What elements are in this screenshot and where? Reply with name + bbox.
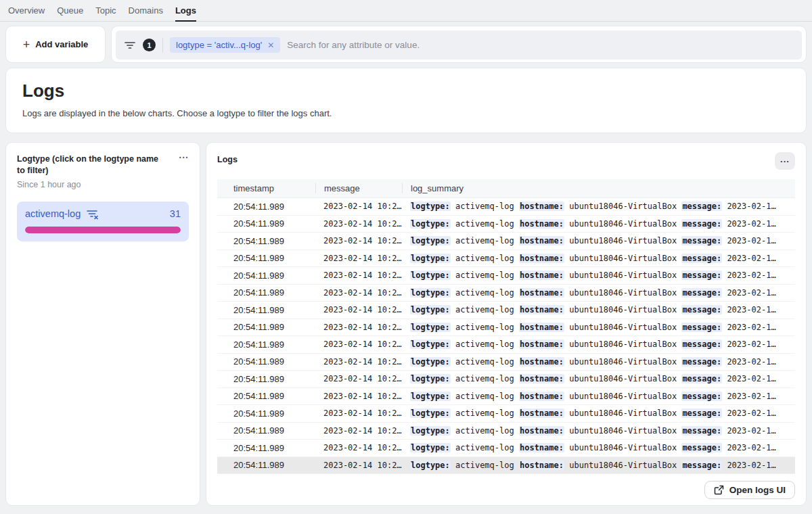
log-key: logtype: (410, 461, 451, 470)
cell-log-summary: logtype: activemq-log hostname: ubuntu18… (402, 271, 795, 280)
table-row[interactable]: 20:54:11.9892023-02-14 10:2…logtype: act… (217, 233, 795, 250)
cell-message: 2023-02-14 10:2… (315, 271, 402, 280)
chip-close-icon[interactable]: ✕ (267, 41, 274, 50)
cell-timestamp: 20:54:11.989 (217, 253, 315, 263)
table-row[interactable]: 20:54:11.9892023-02-14 10:2…logtype: act… (217, 371, 795, 388)
log-key: hostname: (519, 288, 564, 298)
search-bar[interactable]: 1 logtype = 'activ...q-log' ✕ Search for… (116, 30, 802, 60)
table-row[interactable]: 20:54:11.9892023-02-14 10:2…logtype: act… (217, 423, 795, 440)
filter-remove-icon[interactable] (86, 208, 99, 220)
logtype-panel: Logtype (click on the logtype name to fi… (5, 142, 200, 506)
cell-message: 2023-02-14 10:2… (315, 340, 402, 349)
log-key: logtype: (410, 271, 451, 280)
cell-timestamp: 20:54:11.989 (217, 408, 315, 419)
column-header-message[interactable]: message (315, 183, 402, 193)
tab-topic[interactable]: Topic (95, 0, 116, 22)
log-key: logtype: (410, 340, 451, 349)
add-variable-button[interactable]: + Add variable (5, 26, 106, 63)
table-row[interactable]: 20:54:11.9892023-02-14 10:2…logtype: act… (217, 354, 795, 371)
cell-log-summary: logtype: activemq-log hostname: ubuntu18… (402, 461, 795, 470)
log-key: hostname: (519, 202, 564, 211)
cell-message: 2023-02-14 10:2… (315, 323, 402, 332)
page-header: Logs Logs are displayed in the below cha… (5, 68, 807, 133)
filter-funnel-icon (124, 40, 136, 51)
log-key: message: (681, 392, 722, 401)
log-key: logtype: (410, 219, 451, 229)
column-header-log-summary[interactable]: log_summary (402, 183, 795, 193)
log-key: message: (681, 288, 722, 298)
log-key: logtype: (410, 323, 451, 332)
cell-log-summary: logtype: activemq-log hostname: ubuntu18… (402, 323, 795, 332)
log-key: message: (681, 461, 722, 470)
cell-message: 2023-02-14 10:2… (315, 357, 402, 367)
cell-timestamp: 20:54:11.989 (217, 356, 315, 367)
log-key: message: (681, 426, 722, 436)
top-nav: OverviewQueueTopicDomainsLogs (0, 0, 812, 22)
log-key: message: (681, 271, 722, 280)
filter-count-badge: 1 (143, 39, 156, 51)
table-row[interactable]: 20:54:11.9892023-02-14 10:2…logtype: act… (217, 388, 795, 406)
logs-table-body: 20:54:11.9892023-02-14 10:2…logtype: act… (217, 198, 795, 474)
tab-logs[interactable]: Logs (175, 0, 196, 22)
log-key: logtype: (410, 392, 451, 401)
table-row[interactable]: 20:54:11.9892023-02-14 10:2…logtype: act… (217, 319, 795, 337)
table-row[interactable]: 20:54:11.9892023-02-14 10:2…logtype: act… (217, 198, 795, 216)
log-key: hostname: (519, 461, 564, 470)
table-row[interactable]: 20:54:11.9892023-02-14 10:2…logtype: act… (217, 457, 795, 475)
logs-panel-menu-button[interactable]: ... (775, 152, 795, 170)
log-key: hostname: (519, 374, 564, 383)
logs-table: timestamp message log_summary 20:54:11.9… (217, 179, 795, 474)
log-key: hostname: (519, 340, 564, 349)
log-key: hostname: (519, 392, 564, 401)
cell-timestamp: 20:54:11.989 (217, 374, 315, 384)
table-row[interactable]: 20:54:11.9892023-02-14 10:2…logtype: act… (217, 302, 795, 319)
open-logs-ui-button[interactable]: Open logs UI (704, 481, 795, 499)
log-key: logtype: (410, 236, 451, 246)
logs-panel: Logs ... timestamp message log_summary 2… (206, 142, 807, 506)
toolbar: + Add variable 1 logtype = 'activ...q-lo… (0, 22, 812, 63)
add-variable-label: Add variable (35, 39, 88, 49)
table-row[interactable]: 20:54:11.9892023-02-14 10:2…logtype: act… (217, 216, 795, 233)
cell-timestamp: 20:54:11.989 (217, 218, 315, 229)
cell-log-summary: logtype: activemq-log hostname: ubuntu18… (402, 443, 795, 452)
logs-panel-title: Logs (217, 152, 238, 164)
log-key: message: (681, 219, 722, 229)
search-input[interactable]: Search for any attribute or value. (287, 40, 420, 50)
log-key: message: (681, 443, 722, 452)
log-key: message: (681, 357, 722, 367)
cell-message: 2023-02-14 10:2… (315, 219, 402, 229)
tab-queue[interactable]: Queue (57, 0, 83, 22)
table-row[interactable]: 20:54:11.9892023-02-14 10:2…logtype: act… (217, 285, 795, 302)
tab-domains[interactable]: Domains (129, 0, 163, 22)
cell-message: 2023-02-14 10:2… (315, 288, 402, 298)
cell-message: 2023-02-14 10:2… (315, 305, 402, 314)
logtype-panel-menu-button[interactable]: ... (179, 154, 189, 158)
table-row[interactable]: 20:54:11.9892023-02-14 10:2…logtype: act… (217, 405, 795, 423)
column-header-timestamp[interactable]: timestamp (217, 183, 315, 193)
tab-overview[interactable]: Overview (8, 0, 45, 22)
cell-timestamp: 20:54:11.989 (217, 271, 315, 281)
table-row[interactable]: 20:54:11.9892023-02-14 10:2…logtype: act… (217, 440, 795, 457)
log-key: hostname: (519, 271, 564, 280)
logtype-item[interactable]: activemq-log 31 (17, 202, 189, 241)
log-key: hostname: (519, 323, 564, 332)
cell-log-summary: logtype: activemq-log hostname: ubuntu18… (402, 374, 795, 383)
table-row[interactable]: 20:54:11.9892023-02-14 10:2…logtype: act… (217, 250, 795, 268)
cell-message: 2023-02-14 10:2… (315, 202, 402, 211)
log-key: message: (681, 408, 722, 418)
filter-chip[interactable]: logtype = 'activ...q-log' ✕ (170, 37, 280, 53)
log-key: message: (681, 202, 722, 211)
cell-timestamp: 20:54:11.989 (217, 391, 315, 401)
log-key: message: (681, 236, 722, 246)
cell-log-summary: logtype: activemq-log hostname: ubuntu18… (402, 288, 795, 298)
logtype-count: 31 (170, 208, 181, 219)
cell-log-summary: logtype: activemq-log hostname: ubuntu18… (402, 340, 795, 349)
logtype-name[interactable]: activemq-log (25, 208, 81, 219)
table-row[interactable]: 20:54:11.9892023-02-14 10:2…logtype: act… (217, 336, 795, 354)
divider (162, 38, 163, 53)
cell-log-summary: logtype: activemq-log hostname: ubuntu18… (402, 426, 795, 436)
logtype-panel-subtitle: Since 1 hour ago (17, 180, 189, 189)
table-row[interactable]: 20:54:11.9892023-02-14 10:2…logtype: act… (217, 267, 795, 285)
cell-message: 2023-02-14 10:2… (315, 236, 402, 246)
page-subtitle: Logs are displayed in the below charts. … (22, 108, 790, 118)
